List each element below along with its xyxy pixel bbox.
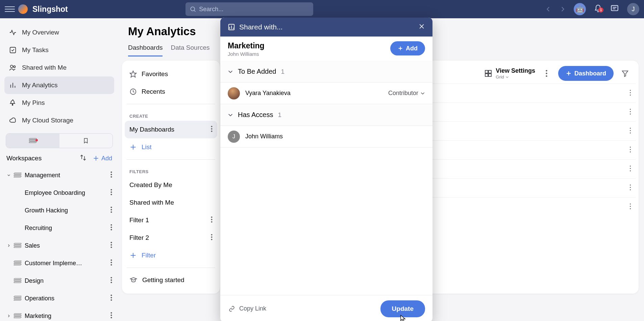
pl-more[interactable] bbox=[211, 216, 213, 224]
svg-point-36 bbox=[111, 299, 112, 300]
ws-recruiting[interactable]: Recruiting bbox=[25, 219, 114, 237]
ws-more[interactable] bbox=[110, 189, 112, 197]
bookmarks-toggle[interactable] bbox=[59, 134, 113, 148]
ws-growth-hacking[interactable]: Growth Hacking bbox=[25, 202, 114, 219]
pl-filter-2[interactable]: Filter 2 bbox=[125, 229, 217, 247]
pl-shared-with-me[interactable]: Shared with Me bbox=[125, 194, 217, 211]
layers-icon bbox=[14, 313, 21, 319]
pl-recents[interactable]: Recents bbox=[125, 83, 217, 100]
pl-add-filter[interactable]: Filter bbox=[125, 247, 217, 264]
tab-dashboards[interactable]: Dashboards bbox=[128, 41, 163, 56]
svg-point-70 bbox=[630, 113, 631, 114]
svg-point-16 bbox=[111, 189, 112, 190]
user-avatar[interactable]: J bbox=[627, 3, 639, 15]
more-vertical-icon bbox=[211, 126, 213, 132]
more-vertical-icon bbox=[110, 259, 112, 266]
member-role-dropdown[interactable]: Contributor bbox=[388, 90, 425, 97]
role-label: Contributor bbox=[388, 90, 418, 97]
copy-link-button[interactable]: Copy Link bbox=[228, 305, 266, 312]
search-input[interactable] bbox=[199, 6, 309, 13]
row-more[interactable] bbox=[629, 165, 631, 173]
row-more[interactable] bbox=[629, 128, 631, 135]
ws-more[interactable] bbox=[110, 312, 112, 320]
notification-count: 1 bbox=[598, 7, 603, 13]
group-to-be-added[interactable]: To Be Added 1 bbox=[220, 61, 432, 83]
more-vertical-icon bbox=[211, 216, 213, 223]
row-more[interactable] bbox=[629, 203, 631, 211]
workspaces-sort[interactable] bbox=[80, 154, 86, 162]
ws-marketing[interactable]: Marketing bbox=[4, 307, 114, 321]
ws-label: Marketing bbox=[25, 313, 51, 320]
more-vertical-icon bbox=[629, 146, 631, 153]
layers-icon bbox=[14, 278, 21, 284]
ws-sales[interactable]: Sales bbox=[4, 237, 114, 254]
nav-my-pins[interactable]: My Pins bbox=[4, 94, 114, 112]
svg-marker-64 bbox=[622, 71, 628, 77]
group-has-access[interactable]: Has Access 1 bbox=[220, 104, 432, 126]
update-button[interactable]: Update bbox=[380, 300, 425, 317]
ws-label: Operations bbox=[25, 295, 54, 302]
svg-point-74 bbox=[630, 146, 631, 147]
pl-my-dashboards[interactable]: My Dashboards bbox=[125, 121, 217, 138]
tab-data-sources[interactable]: Data Sources bbox=[171, 41, 209, 56]
pl-favorites[interactable]: Favorites bbox=[125, 65, 217, 83]
ws-more[interactable] bbox=[110, 242, 112, 250]
nav-my-tasks[interactable]: My Tasks bbox=[4, 41, 114, 59]
pl-more[interactable] bbox=[211, 234, 213, 242]
nav-my-overview[interactable]: My Overview bbox=[4, 24, 114, 41]
nav-shared-with-me[interactable]: Shared with Me bbox=[4, 59, 114, 76]
menu-toggle[interactable] bbox=[5, 4, 15, 14]
pl-more[interactable] bbox=[211, 126, 213, 134]
ws-design[interactable]: Design bbox=[4, 272, 114, 290]
ws-employee-onboarding[interactable]: Employee Onboarding bbox=[25, 184, 114, 202]
more-vertical-icon bbox=[110, 207, 112, 213]
nav-my-cloud-storage[interactable]: My Cloud Storage bbox=[4, 112, 114, 129]
ws-more[interactable] bbox=[110, 224, 112, 232]
row-more[interactable] bbox=[629, 184, 631, 192]
ws-more[interactable] bbox=[110, 171, 112, 179]
ws-more[interactable] bbox=[110, 277, 112, 285]
graduation-icon bbox=[129, 276, 138, 284]
pl-created-by-me[interactable]: Created By Me bbox=[125, 176, 217, 194]
close-button[interactable] bbox=[418, 23, 425, 31]
chat-button[interactable] bbox=[610, 4, 619, 14]
new-dashboard-button[interactable]: Dashboard bbox=[558, 66, 614, 81]
close-icon bbox=[418, 23, 425, 30]
view-more[interactable] bbox=[540, 67, 553, 80]
workspace-add[interactable]: Add bbox=[93, 155, 112, 162]
svg-point-28 bbox=[111, 259, 112, 260]
svg-point-81 bbox=[630, 187, 631, 188]
pl-add-list[interactable]: List bbox=[125, 138, 217, 156]
notifications-button[interactable]: 1 bbox=[594, 4, 602, 14]
chevron-right-icon bbox=[7, 314, 10, 318]
assistant-avatar[interactable]: 🤖 bbox=[574, 3, 586, 15]
filter-button[interactable] bbox=[618, 67, 632, 80]
ws-operations[interactable]: Operations bbox=[4, 290, 114, 307]
ws-more[interactable] bbox=[110, 207, 112, 214]
ws-customer-implementation[interactable]: Customer Implementa… bbox=[4, 254, 114, 272]
star-icon bbox=[129, 70, 137, 78]
chevron-right-icon bbox=[7, 244, 10, 248]
svg-point-67 bbox=[630, 94, 631, 95]
ws-management[interactable]: Management bbox=[4, 166, 114, 184]
row-more[interactable] bbox=[629, 109, 631, 116]
ws-more[interactable] bbox=[110, 259, 112, 267]
pl-getting-started[interactable]: Getting started bbox=[125, 271, 217, 289]
global-search[interactable] bbox=[185, 2, 313, 16]
add-member-button[interactable]: Add bbox=[390, 41, 425, 55]
svg-point-61 bbox=[546, 75, 547, 77]
pl-filter-1[interactable]: Filter 1 bbox=[125, 211, 217, 229]
view-settings[interactable]: View Settings Grid bbox=[484, 67, 535, 79]
svg-point-29 bbox=[111, 262, 112, 263]
share-modal: Shared with... Marketing John Williams A… bbox=[220, 18, 432, 321]
workspaces-toggle[interactable] bbox=[6, 134, 59, 148]
row-more[interactable] bbox=[629, 90, 631, 97]
svg-point-31 bbox=[111, 277, 112, 278]
app-logo bbox=[18, 4, 28, 14]
svg-rect-5 bbox=[10, 47, 16, 53]
nav-my-analytics[interactable]: My Analytics bbox=[4, 76, 114, 94]
row-more[interactable] bbox=[629, 146, 631, 154]
ws-more[interactable] bbox=[110, 295, 112, 302]
svg-point-60 bbox=[546, 73, 547, 74]
svg-point-33 bbox=[111, 282, 112, 283]
